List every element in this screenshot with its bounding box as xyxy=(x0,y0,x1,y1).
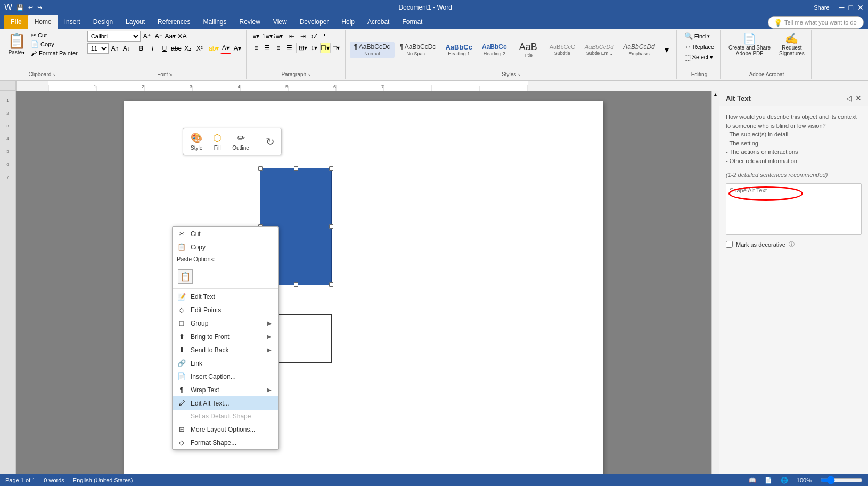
text-highlight-button[interactable]: ab▾ xyxy=(209,43,219,54)
info-icon[interactable]: ⓘ xyxy=(789,240,795,248)
tab-format[interactable]: Format xyxy=(396,15,429,29)
tab-help[interactable]: Help xyxy=(335,15,361,29)
style-emphasis[interactable]: AaBbCcDd Emphasis xyxy=(619,42,659,57)
vertical-scrollbar[interactable]: ▲ ▼ xyxy=(711,91,719,486)
font-grow-button[interactable]: A⁺ xyxy=(142,31,152,42)
mini-toolbar-extra-btn[interactable]: ↻ xyxy=(264,133,277,150)
style-heading2[interactable]: AaBbCc Heading 2 xyxy=(478,42,511,57)
style-mini-btn[interactable]: 🎨 Style xyxy=(187,131,206,152)
show-formatting[interactable]: ¶ xyxy=(320,31,331,42)
border-button[interactable]: □▾ xyxy=(331,43,342,53)
tab-insert[interactable]: Insert xyxy=(58,15,87,29)
replace-button[interactable]: ↔ Replace xyxy=(681,42,717,52)
font-color-button[interactable]: A▾ xyxy=(232,43,243,54)
align-left[interactable]: ≡ xyxy=(251,43,261,53)
line-spacing[interactable]: ↕▾ xyxy=(309,43,320,53)
paste-button[interactable]: 📋 Paste ▾ xyxy=(5,31,28,69)
shape-handle-tm[interactable] xyxy=(294,166,298,171)
tab-mailings[interactable]: Mailings xyxy=(196,15,233,29)
sort-button[interactable]: ↕Z xyxy=(309,31,320,42)
font-expand[interactable]: ↘ xyxy=(169,72,173,77)
font-shrink-small[interactable]: A↓ xyxy=(121,43,132,54)
ctx-bring-to-front[interactable]: ⬆ Bring to Front ▶ xyxy=(173,330,278,343)
ctx-cut[interactable]: ✂ Cut xyxy=(173,227,278,240)
cut-button[interactable]: ✂ Cut xyxy=(29,31,79,39)
style-title[interactable]: AaB Title xyxy=(512,40,544,60)
superscript-button[interactable]: X² xyxy=(194,43,205,54)
shading-button[interactable]: ☐▾ xyxy=(320,43,331,53)
text-color-button[interactable]: A▾ xyxy=(220,43,231,54)
ctx-edit-alt-text[interactable]: 🖊 Edit Alt Text... xyxy=(173,396,278,410)
ctx-edit-points[interactable]: ◇ Edit Points xyxy=(173,303,278,317)
ctx-copy[interactable]: 📋 Copy xyxy=(173,240,278,254)
tab-acrobat[interactable]: Acrobat xyxy=(361,15,396,29)
ctx-wrap-text[interactable]: ¶ Wrap Text ▶ xyxy=(173,383,278,396)
change-case-button[interactable]: Aa▾ xyxy=(165,31,176,42)
align-center[interactable]: ☰ xyxy=(262,43,273,53)
ctx-link[interactable]: 🔗 Link xyxy=(173,357,278,370)
style-no-spacing[interactable]: ¶ AaBbCcDc No Spac... xyxy=(396,42,440,57)
align-justify[interactable]: ☰ xyxy=(284,43,295,53)
style-more[interactable]: ▾ xyxy=(660,44,673,56)
shape-handle-br[interactable] xyxy=(329,282,333,287)
zoom-slider[interactable] xyxy=(820,476,863,484)
shape-handle-mr[interactable] xyxy=(329,224,333,229)
quick-access-redo[interactable]: ↪ xyxy=(37,4,42,11)
increase-indent[interactable]: ⇥ xyxy=(298,31,308,42)
tab-layout[interactable]: Layout xyxy=(119,15,151,29)
bullets-button[interactable]: ≡▾ xyxy=(251,31,261,42)
decrease-indent[interactable]: ⇤ xyxy=(286,31,297,42)
ctx-format-shape[interactable]: ◇ Format Shape... xyxy=(173,436,278,449)
font-grow-small[interactable]: A↑ xyxy=(110,43,120,54)
share-button[interactable]: Share xyxy=(808,1,834,14)
clipboard-expand[interactable]: ↘ xyxy=(52,72,56,77)
mark-decorative-checkbox[interactable] xyxy=(726,241,733,248)
subscript-button[interactable]: X₂ xyxy=(183,43,193,54)
shape-handle-bm[interactable] xyxy=(294,282,298,287)
clear-format-button[interactable]: ✕A xyxy=(177,31,187,42)
tab-design[interactable]: Design xyxy=(87,15,119,29)
tab-developer[interactable]: Developer xyxy=(293,15,335,29)
ctx-send-to-back[interactable]: ⬇ Send to Back ▶ xyxy=(173,343,278,357)
tab-references[interactable]: References xyxy=(151,15,196,29)
numbering-button[interactable]: 1≡▾ xyxy=(262,31,273,42)
ctx-group[interactable]: □ Group ▶ xyxy=(173,317,278,330)
underline-button[interactable]: U xyxy=(159,43,170,54)
shape-handle-tr[interactable] xyxy=(329,166,333,171)
quick-access-undo[interactable]: ↩ xyxy=(28,4,33,11)
outline-mini-btn[interactable]: ✏ Outline xyxy=(229,131,252,152)
alt-text-input[interactable] xyxy=(730,187,858,230)
columns-button[interactable]: ⊞▾ xyxy=(298,43,308,53)
align-right[interactable]: ≡ xyxy=(273,43,284,53)
strikethrough-button[interactable]: abc xyxy=(171,43,182,54)
minimize-button[interactable]: ─ xyxy=(839,3,845,12)
request-signatures-button[interactable]: ✍ RequestSignatures xyxy=(776,31,808,58)
italic-button[interactable]: I xyxy=(148,43,158,54)
font-size-select[interactable]: 11 xyxy=(87,43,109,54)
maximize-button[interactable]: □ xyxy=(849,3,853,12)
style-subtle-emphasis[interactable]: AaBbCcDd Subtle Em... xyxy=(580,43,618,57)
create-adobe-pdf-button[interactable]: 📄 Create and ShareAdobe PDF xyxy=(725,31,774,58)
alt-text-close-button[interactable]: ✕ xyxy=(855,94,862,102)
view-print[interactable]: 📄 xyxy=(765,477,772,484)
style-subtitle[interactable]: AaBbCcC Subtitle xyxy=(545,43,579,57)
font-shrink-button[interactable]: A⁻ xyxy=(153,31,164,42)
font-name-select[interactable]: Calibri xyxy=(87,31,141,42)
copy-button[interactable]: 📄 Copy xyxy=(29,40,79,48)
style-heading1[interactable]: AaBbCc Heading 1 xyxy=(441,42,477,58)
tab-review[interactable]: Review xyxy=(233,15,266,29)
select-button[interactable]: ⬚ Select ▾ xyxy=(681,52,717,62)
multilevel-button[interactable]: ⁝≡▾ xyxy=(273,31,284,42)
alt-text-back-button[interactable]: ◁ xyxy=(846,94,852,102)
paste-option-1[interactable]: 📋 xyxy=(178,269,193,284)
ctx-insert-caption[interactable]: 📄 Insert Caption... xyxy=(173,370,278,383)
bold-button[interactable]: B xyxy=(136,43,146,54)
tab-home[interactable]: Home xyxy=(28,15,58,29)
paragraph-expand[interactable]: ↘ xyxy=(307,72,311,77)
ctx-set-default[interactable]: Set as Default Shape xyxy=(173,410,278,423)
view-read[interactable]: 📖 xyxy=(749,477,756,484)
format-painter-button[interactable]: 🖌 Format Painter xyxy=(29,49,79,58)
tab-file[interactable]: File xyxy=(4,15,28,29)
shape-handle-tl[interactable] xyxy=(258,166,263,171)
find-button[interactable]: 🔍 Find▾ xyxy=(681,31,713,41)
